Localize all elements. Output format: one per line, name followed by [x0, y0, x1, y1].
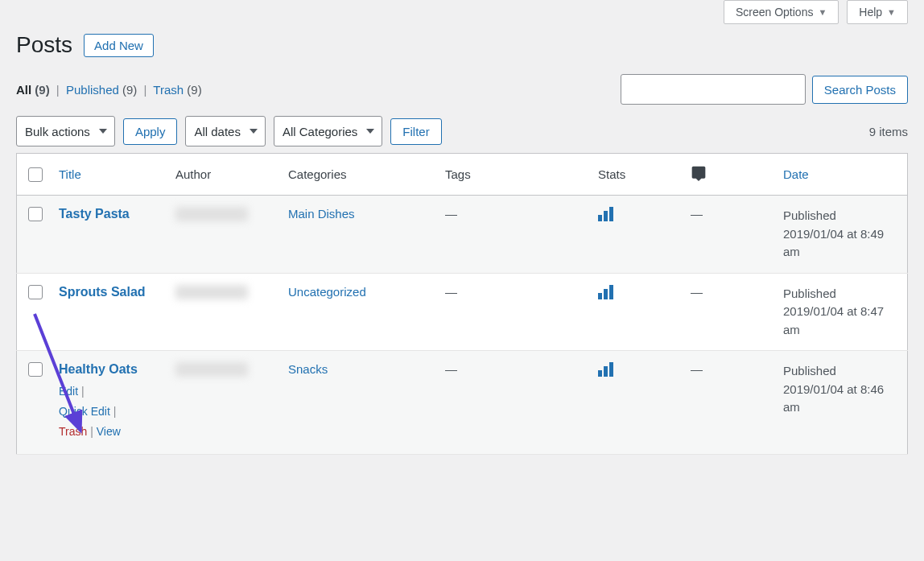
table-row: Tasty Pasta Main Dishes — — Published 20…: [17, 196, 908, 274]
filter-all[interactable]: All (9): [16, 83, 53, 97]
comments-cell: —: [683, 273, 775, 351]
category-link[interactable]: Main Dishes: [288, 207, 355, 221]
row-checkbox[interactable]: [28, 207, 43, 221]
help-label: Help: [859, 6, 882, 19]
chevron-down-icon: ▼: [887, 7, 896, 17]
add-new-button[interactable]: Add New: [84, 34, 154, 57]
table-row: Healthy Oats Edit | Quick Edit | Trash |…: [17, 351, 908, 455]
col-title[interactable]: Title: [51, 154, 167, 196]
status-filters: All (9) | Published (9) | Trash (9): [16, 83, 202, 97]
col-tags: Tags: [437, 154, 590, 196]
screen-options-label: Screen Options: [736, 6, 814, 19]
bulk-actions-select[interactable]: Bulk actions: [16, 116, 115, 146]
top-bar: Screen Options ▼ Help ▼: [0, 0, 924, 32]
dates-select[interactable]: All dates: [185, 116, 266, 146]
post-title-link[interactable]: Healthy Oats: [59, 362, 159, 377]
edit-link[interactable]: Edit: [59, 385, 78, 398]
date-cell: Published 2019/01/04 at 8:46 am: [775, 351, 908, 455]
trash-link[interactable]: Trash: [59, 425, 87, 438]
post-title-link[interactable]: Sprouts Salad: [59, 285, 159, 299]
category-link[interactable]: Snacks: [288, 362, 328, 376]
col-categories: Categories: [280, 154, 437, 196]
filter-row: Bulk actions Apply All dates All Categor…: [0, 116, 924, 153]
quick-edit-link[interactable]: Quick Edit: [59, 405, 110, 418]
items-count: 9 items: [869, 125, 908, 138]
row-checkbox[interactable]: [28, 285, 43, 299]
tags-cell: —: [437, 351, 590, 455]
stats-icon[interactable]: [598, 207, 613, 221]
table-row: Sprouts Salad Uncategorized — — Publishe…: [17, 273, 908, 351]
help-button[interactable]: Help ▼: [847, 0, 908, 24]
categories-select[interactable]: All Categories: [274, 116, 382, 146]
select-all-checkbox[interactable]: [28, 167, 43, 182]
stats-icon[interactable]: [598, 362, 613, 377]
comment-icon: [691, 170, 707, 184]
col-author: Author: [167, 154, 280, 196]
category-link[interactable]: Uncategorized: [288, 285, 366, 299]
row-checkbox[interactable]: [28, 362, 43, 377]
chevron-down-icon: ▼: [818, 7, 827, 17]
search-input[interactable]: [621, 74, 806, 105]
comments-cell: —: [683, 196, 775, 274]
page-title: Posts: [16, 32, 72, 58]
stats-icon[interactable]: [598, 285, 613, 299]
author-cell: [175, 207, 248, 221]
subheader: All (9) | Published (9) | Trash (9) Sear…: [0, 74, 924, 116]
search-box: Search Posts: [621, 74, 908, 105]
date-cell: Published 2019/01/04 at 8:49 am: [775, 196, 908, 274]
tags-cell: —: [437, 273, 590, 351]
author-cell: [175, 362, 248, 377]
col-stats: Stats: [590, 154, 683, 196]
col-date[interactable]: Date: [775, 154, 908, 196]
screen-options-button[interactable]: Screen Options ▼: [724, 0, 839, 24]
view-link[interactable]: View: [97, 425, 121, 438]
date-cell: Published 2019/01/04 at 8:47 am: [775, 273, 908, 351]
apply-button[interactable]: Apply: [123, 118, 178, 145]
author-cell: [175, 285, 248, 299]
filter-published[interactable]: Published (9): [66, 83, 141, 97]
filter-button[interactable]: Filter: [390, 118, 441, 145]
select-all-header: [17, 154, 52, 196]
post-title-link[interactable]: Tasty Pasta: [59, 207, 159, 221]
col-comments: [683, 154, 775, 196]
posts-table: Title Author Categories Tags Stats Date …: [16, 153, 908, 455]
tags-cell: —: [437, 196, 590, 274]
search-button[interactable]: Search Posts: [812, 76, 908, 104]
filter-trash[interactable]: Trash (9): [153, 83, 201, 97]
comments-cell: —: [683, 351, 775, 455]
row-actions: Edit | Quick Edit | Trash | View: [59, 382, 159, 443]
header: Posts Add New: [0, 32, 924, 74]
